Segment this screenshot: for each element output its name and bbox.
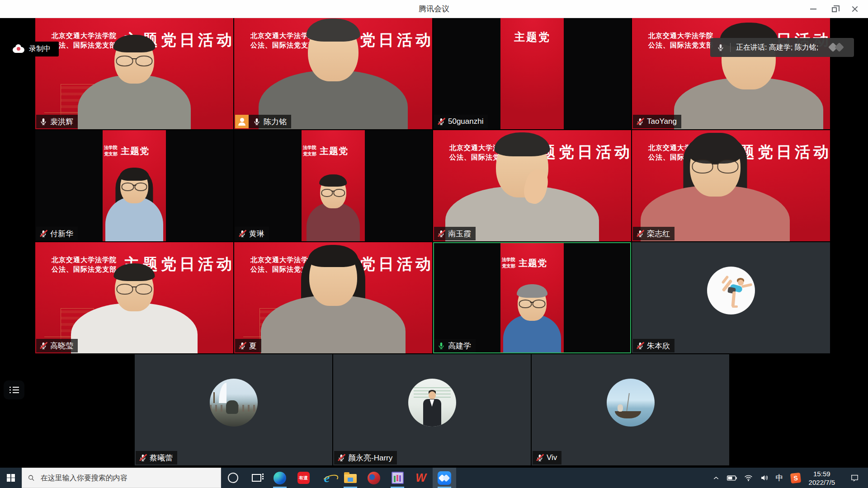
person-figure: [259, 21, 408, 129]
minimize-button[interactable]: [803, 0, 824, 18]
grid-row-2: 法学院党支部 主题党 付新华 法学院党支部 主题党: [35, 130, 830, 241]
video-tile[interactable]: 法学院党支部 主题党 黄琳: [234, 130, 432, 241]
action-center-button[interactable]: [847, 468, 864, 488]
virtual-background-banner: 主题党: [502, 30, 563, 44]
video-tile[interactable]: 北京交通大学法学院公法、国际法党支部 主题党日活动 夏: [234, 242, 432, 353]
search-input[interactable]: [40, 474, 215, 483]
member-list-icon: [9, 387, 19, 394]
internet-explorer-icon: e: [324, 472, 330, 484]
participant-name-label: 50guanzhi: [434, 115, 488, 128]
windows-logo-icon: [7, 474, 15, 482]
ime-indicator[interactable]: 中: [772, 468, 787, 488]
speaking-indicator: 正在讲话: 高建学; 陈力铭;: [710, 38, 854, 57]
tray-chevron-button[interactable]: [709, 468, 723, 488]
books-app-icon: [392, 472, 404, 484]
close-icon: [851, 5, 859, 13]
window-title: 腾讯会议: [0, 0, 868, 18]
participant-name: 高建学: [448, 341, 471, 351]
portrait-video-strip: 主题党: [500, 18, 564, 129]
meeting-logo-icon: [827, 42, 849, 53]
participant-name: 付新华: [50, 229, 73, 239]
portrait-video-strip: 法学院党支部 主题党: [500, 242, 564, 353]
mic-muted-icon: [238, 342, 246, 350]
video-tile-active-speaker[interactable]: 法学院党支部 主题党 高建学: [433, 242, 631, 353]
participant-name-label: 蔡曦蕾: [136, 451, 177, 465]
video-tile[interactable]: Viv: [532, 354, 729, 465]
mic-icon: [253, 117, 261, 126]
video-tile[interactable]: 北京交通大学法学院公法、国际法党支部 主题党日活动 TaoYang: [632, 18, 830, 129]
video-tile[interactable]: 主题党 50guanzhi: [433, 18, 631, 129]
video-tile[interactable]: 朱本欣: [632, 242, 830, 353]
participant-name-label: 朱本欣: [633, 339, 675, 352]
tencent-meeting-button[interactable]: [433, 468, 456, 488]
folder-icon: [344, 474, 357, 483]
wps-office-icon: W: [415, 471, 426, 484]
video-tile[interactable]: 蔡曦蕾: [135, 354, 332, 465]
youdao-button[interactable]: 有道: [292, 468, 315, 488]
video-tile[interactable]: 北京交通大学法学院公法、国际法党支部 主题党日活动 陈力铭: [234, 18, 432, 129]
avatar-photo: [607, 379, 655, 427]
browser-360-icon: [368, 472, 380, 484]
sogou-icon: S: [790, 472, 801, 483]
participant-name-label: 南玉霞: [434, 227, 476, 240]
participant-name: 高晓莹: [50, 341, 73, 351]
video-tile[interactable]: 法学院党支部 主题党 付新华: [35, 130, 233, 241]
video-tile[interactable]: 北京交通大学法学院公法、国际法党支部 主题党日活动 裴洪辉: [35, 18, 233, 129]
mic-muted-icon: [238, 230, 246, 238]
wifi-icon: [744, 474, 753, 482]
mic-muted-icon: [139, 454, 147, 462]
participant-name: 裴洪辉: [50, 117, 73, 127]
avatar-photo: [408, 379, 456, 427]
mic-muted-icon: [437, 230, 445, 238]
edge-browser-icon: [274, 472, 286, 484]
avatar-photo: [210, 379, 258, 427]
wps-button[interactable]: W: [409, 468, 433, 488]
task-view-button[interactable]: [245, 468, 268, 488]
restore-button[interactable]: [824, 0, 844, 18]
participant-name: 蔡曦蕾: [150, 453, 173, 463]
browser-360-button[interactable]: [362, 468, 386, 488]
file-explorer-button[interactable]: [339, 468, 362, 488]
window-controls: [803, 0, 865, 18]
participant-name: 50guanzhi: [448, 117, 483, 126]
participant-name-label: 黄琳: [235, 227, 269, 240]
taskbar-search[interactable]: [22, 468, 221, 488]
video-tile[interactable]: 北京交通大学法学院公法、国际法党支部 主题党日活动 栾志红: [632, 130, 830, 241]
video-tile[interactable]: 北京交通大学法学院公法、国际法党支部 主题党日活动 南玉霞: [433, 130, 631, 241]
speaking-text: 正在讲话: 高建学; 陈力铭;: [736, 43, 818, 52]
person-figure: [307, 176, 360, 241]
mic-muted-icon: [39, 230, 47, 238]
sogou-input-button[interactable]: S: [787, 468, 804, 488]
video-tile[interactable]: 北京交通大学法学院公法、国际法党支部 主题党日活动 高晓莹: [35, 242, 233, 353]
internet-explorer-button[interactable]: e: [315, 468, 339, 488]
video-grid: 北京交通大学法学院公法、国际法党支部 主题党日活动 裴洪辉 北京交通大学法学院公…: [0, 18, 868, 468]
mic-muted-icon: [636, 230, 644, 238]
participant-name-label: Viv: [533, 451, 561, 465]
participant-name-label: 裴洪辉: [36, 115, 78, 128]
member-list-button[interactable]: [4, 380, 24, 399]
video-tile[interactable]: 颜永亮-Harry: [333, 354, 531, 465]
task-view-icon: [252, 474, 261, 482]
mic-muted-icon: [437, 117, 445, 126]
portrait-video-strip: 法学院党支部 主题党: [103, 130, 166, 241]
start-button[interactable]: [0, 468, 22, 488]
participant-name-label: 高建学: [434, 339, 476, 352]
reader-app-button[interactable]: [386, 468, 409, 488]
participant-name: Viv: [547, 453, 557, 462]
participant-name: 黄琳: [249, 229, 264, 239]
participant-name: 颜永亮-Harry: [348, 453, 392, 463]
taskbar-apps: 有道 e W: [221, 468, 456, 488]
wifi-status[interactable]: [741, 468, 756, 488]
close-button[interactable]: [844, 0, 865, 18]
clock-date: 2022/7/5: [809, 478, 835, 487]
battery-status[interactable]: [723, 468, 741, 488]
member-badge-icon: [235, 115, 249, 128]
edge-button[interactable]: [268, 468, 292, 488]
clock-time: 15:59: [813, 469, 830, 478]
grid-row-1: 北京交通大学法学院公法、国际法党支部 主题党日活动 裴洪辉 北京交通大学法学院公…: [35, 18, 830, 129]
windows-taskbar: 有道 e W 中 S 15:59 2022/7: [0, 468, 868, 488]
taskbar-clock[interactable]: 15:59 2022/7/5: [804, 468, 840, 488]
cortana-button[interactable]: [221, 468, 245, 488]
volume-status[interactable]: [756, 468, 772, 488]
person-figure: [503, 286, 561, 353]
